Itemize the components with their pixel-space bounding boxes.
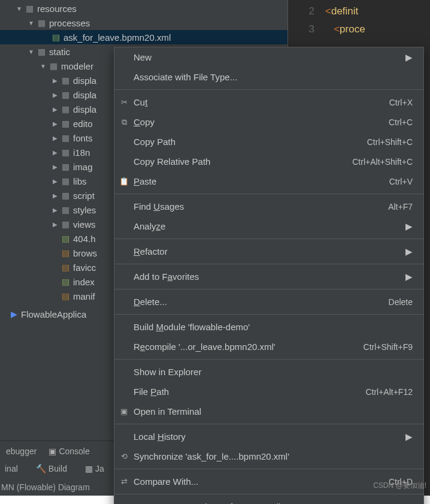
status-build[interactable]: 🔨Build <box>31 464 72 473</box>
folder-icon: ▦ <box>60 104 71 114</box>
cut-icon: ✂ <box>118 98 130 107</box>
tree-item-label: ask_for_leave.bpmn20.xml <box>63 32 171 43</box>
folder-icon: ▦ <box>60 76 71 85</box>
ctx-cut[interactable]: ✂CutCtrl+X <box>114 92 423 112</box>
tree-item-label: index <box>73 277 95 287</box>
run-icon: ▶ <box>11 309 17 319</box>
folder-icon: ▦ <box>60 147 71 157</box>
separator <box>114 89 423 90</box>
status-terminal[interactable]: inal <box>0 464 23 473</box>
ctx-show-explorer[interactable]: Show in Explorer <box>114 362 423 382</box>
ctx-copy-path[interactable]: Copy PathCtrl+Shift+C <box>114 132 423 152</box>
tree-item-label: favicc <box>73 262 96 273</box>
folder-icon: ▦ <box>60 133 71 143</box>
tree-item-label: static <box>49 47 70 57</box>
ctx-associate[interactable]: Associate with File Type... <box>114 67 423 87</box>
diff-icon: ⇄ <box>118 477 130 486</box>
shortcut: Alt+F7 <box>388 202 413 212</box>
status-java[interactable]: ▦Ja <box>80 464 109 473</box>
console-icon: ▣ <box>49 446 56 456</box>
separator <box>114 359 423 360</box>
ctx-build-module[interactable]: Build Module 'flowable-demo' <box>114 317 423 337</box>
expand-caret-icon: ▶ <box>50 77 60 84</box>
expand-caret-icon: ▶ <box>50 149 60 156</box>
expand-caret-icon: ▶ <box>50 178 60 185</box>
shortcut: Ctrl+Shift+F9 <box>364 342 413 352</box>
folder-icon: ▦ <box>60 90 71 99</box>
expand-caret-icon: ▼ <box>38 63 48 70</box>
shortcut: Ctrl+Alt+Shift+C <box>352 157 413 167</box>
folder-icon: ▦ <box>60 219 71 229</box>
ctx-local-history[interactable]: Local History▶ <box>114 427 423 446</box>
folder-icon: ▦ <box>24 4 35 13</box>
folder-icon: ▦ <box>60 191 71 200</box>
expand-caret-icon: ▶ <box>50 164 60 170</box>
tree-item-label: imag <box>73 162 93 172</box>
ctx-paste[interactable]: 📋PasteCtrl+V <box>114 171 423 191</box>
tree-item-label: FlowableApplica <box>21 309 86 319</box>
ctx-generate-xsd[interactable]: Generate XSD Schema from XML File... <box>114 497 423 504</box>
tree-item-label: manif <box>73 291 95 301</box>
ctx-refactor[interactable]: Refactor▶ <box>114 242 423 261</box>
file-icon: ▤ <box>60 248 71 258</box>
java-icon: ▦ <box>85 464 93 473</box>
shortcut: Ctrl+C <box>389 117 413 127</box>
chevron-right-icon: ▶ <box>405 52 413 63</box>
ctx-new[interactable]: New▶ <box>114 47 423 67</box>
expand-caret-icon: ▶ <box>50 192 60 199</box>
sync-icon: ⟲ <box>118 452 130 461</box>
tree-folder-processes[interactable]: ▼ ▦ processes <box>0 16 287 30</box>
separator <box>114 264 423 264</box>
shortcut: Ctrl+V <box>389 177 413 186</box>
ctx-copy[interactable]: ⧉CopyCtrl+C <box>114 112 423 132</box>
tree-folder-resources[interactable]: ▼ ▦ resources <box>0 1 287 16</box>
ctx-file-path[interactable]: File PathCtrl+Alt+F12 <box>114 382 423 402</box>
watermark: CSDN @要加油! <box>373 481 426 491</box>
shortcut: Ctrl+X <box>389 98 413 107</box>
tree-item-label: i18n <box>73 147 90 158</box>
expand-caret-icon: ▼ <box>26 20 36 26</box>
html-file-icon: ▤ <box>60 234 71 243</box>
ctx-open-terminal[interactable]: ▣Open in Terminal <box>114 402 423 421</box>
ctx-copy-relative-path[interactable]: Copy Relative PathCtrl+Alt+Shift+C <box>114 152 423 171</box>
paste-icon: 📋 <box>118 177 130 186</box>
tree-item-label: displa <box>73 90 96 100</box>
ctx-synchronize[interactable]: ⟲Synchronize 'ask_for_le....bpmn20.xml' <box>114 446 423 466</box>
tree-item-label: edito <box>73 119 93 129</box>
ctx-add-favorites[interactable]: Add to Favorites▶ <box>114 267 423 286</box>
file-icon: ▤ <box>60 262 71 272</box>
tree-item-label: modeler <box>61 61 93 71</box>
ctx-analyze[interactable]: Analyze▶ <box>114 216 423 236</box>
tree-item-label: processes <box>49 18 90 28</box>
expand-caret-icon: ▶ <box>50 106 60 113</box>
tree-item-label: script <box>73 191 95 201</box>
expand-caret-icon: ▶ <box>50 207 60 213</box>
tree-file-selected[interactable]: ▤ ask_for_leave.bpmn20.xml <box>0 30 287 44</box>
separator <box>114 494 423 494</box>
tree-item-label: brows <box>73 248 97 258</box>
tree-item-label: resources <box>37 4 77 14</box>
line-number: 3 <box>288 23 325 35</box>
context-menu: New▶ Associate with File Type... ✂CutCtr… <box>114 47 424 504</box>
separator <box>114 289 423 289</box>
expand-caret-icon: ▼ <box>14 5 24 12</box>
separator <box>114 469 423 469</box>
expand-caret-icon: ▶ <box>50 92 60 98</box>
tree-item-label: views <box>73 219 96 230</box>
chevron-right-icon: ▶ <box>405 271 413 282</box>
folder-icon: ▦ <box>60 119 71 128</box>
file-icon: ▤ <box>60 291 71 301</box>
tree-item-label: libs <box>73 176 87 186</box>
code-token: <definit <box>325 5 358 17</box>
ctx-delete[interactable]: Delete...Delete <box>114 292 423 312</box>
tab-console[interactable]: ▣Console <box>43 446 95 456</box>
tab-debugger[interactable]: ebugger <box>0 446 43 456</box>
ctx-find-usages[interactable]: Find UsagesAlt+F7 <box>114 197 423 216</box>
separator <box>114 314 423 315</box>
ctx-recompile[interactable]: Recompile '...or_leave.bpmn20.xml'Ctrl+S… <box>114 337 423 357</box>
status-message: MN (Flowable) Diagram <box>0 479 90 496</box>
chevron-right-icon: ▶ <box>405 431 413 442</box>
expand-caret-icon: ▶ <box>50 120 60 127</box>
folder-icon: ▦ <box>60 205 71 215</box>
chevron-right-icon: ▶ <box>405 221 413 232</box>
